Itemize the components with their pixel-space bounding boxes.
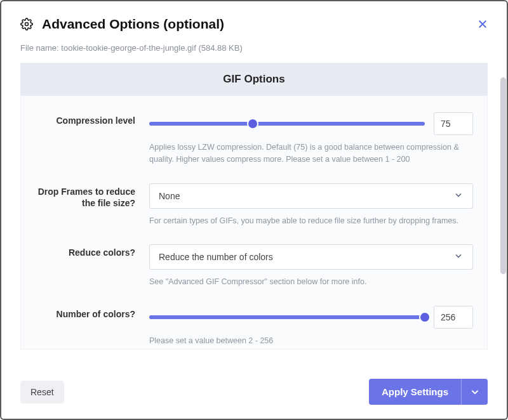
- modal-header: Advanced Options (optional): [1, 1, 507, 38]
- apply-settings-dropdown[interactable]: [461, 379, 488, 405]
- file-name-label: File name:: [20, 43, 59, 53]
- options-body: Compression level 75 Applies lossy LZW c…: [20, 96, 488, 350]
- advanced-options-modal: Advanced Options (optional) File name: t…: [0, 0, 508, 420]
- drop-frames-select[interactable]: None: [149, 183, 473, 209]
- scrollbar[interactable]: [500, 77, 506, 274]
- compression-help: Applies lossy LZW compression. Default (…: [149, 141, 473, 166]
- file-name-value: tookie-tookie-george-of-the-jungle.gif (…: [61, 43, 242, 53]
- num-colors-value-input[interactable]: 256: [434, 306, 473, 329]
- num-colors-label: Number of colors?: [35, 306, 149, 347]
- reduce-colors-select[interactable]: Reduce the number of colors: [149, 244, 473, 270]
- chevron-down-icon: [453, 251, 464, 263]
- modal-footer: Reset Apply Settings: [1, 370, 507, 419]
- drop-frames-label: Drop Frames to reduce the file size?: [35, 183, 149, 227]
- num-colors-help: Please set a value between 2 - 256: [149, 335, 473, 347]
- section-header: GIF Options: [20, 63, 488, 96]
- compression-slider[interactable]: [149, 119, 425, 129]
- compression-value-input[interactable]: 75: [434, 112, 473, 135]
- modal-content: GIF Options Compression level 75 Applies…: [1, 63, 507, 370]
- reset-button[interactable]: Reset: [20, 381, 64, 404]
- reduce-colors-help: See "Advanced GIF Compressor" section be…: [149, 276, 473, 288]
- num-colors-slider[interactable]: [149, 312, 425, 322]
- svg-point-0: [25, 23, 29, 26]
- close-button[interactable]: [476, 18, 489, 30]
- file-info: File name: tookie-tookie-george-of-the-j…: [1, 38, 507, 63]
- chevron-down-icon: [453, 190, 464, 202]
- slider-thumb-icon[interactable]: [420, 313, 429, 322]
- modal-title: Advanced Options (optional): [42, 16, 224, 32]
- apply-settings-button[interactable]: Apply Settings: [369, 379, 461, 405]
- drop-frames-help: For certain types of GIFs, you maybe abl…: [149, 215, 473, 227]
- reduce-colors-label: Reduce colors?: [35, 244, 149, 288]
- gear-icon: [20, 18, 33, 30]
- slider-thumb-icon[interactable]: [248, 119, 257, 128]
- compression-label: Compression level: [35, 112, 149, 166]
